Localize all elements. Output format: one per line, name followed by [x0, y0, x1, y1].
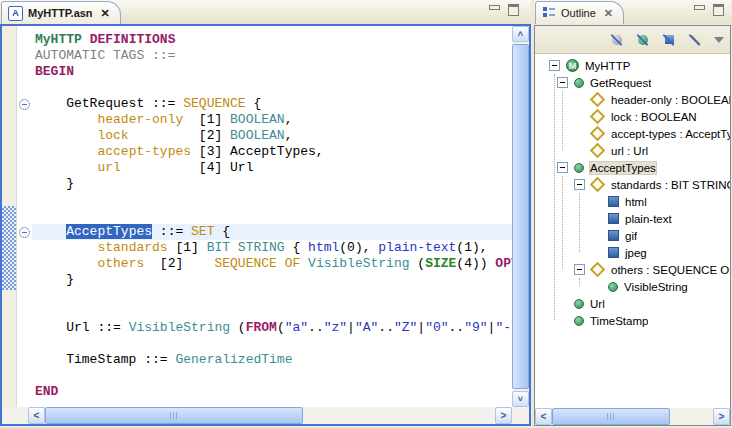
scroll-right-icon[interactable]: > — [713, 408, 730, 425]
tree-collapse-icon[interactable] — [557, 77, 568, 88]
tab-close-icon[interactable]: ✕ — [101, 7, 110, 20]
outline-item-label: html — [625, 196, 647, 208]
code-line[interactable] — [32, 304, 512, 320]
outline-item-visiblestring[interactable]: VisibleString — [535, 278, 730, 295]
maximize-icon[interactable] — [505, 3, 521, 18]
tab-title: MyHTTP.asn — [28, 7, 93, 19]
code-line[interactable]: MyHTTP DEFINITIONS — [32, 32, 512, 48]
outline-item-label: lock : BOOLEAN — [611, 111, 697, 123]
code-line[interactable]: url [4] Url — [32, 160, 512, 176]
code-line[interactable]: lock [2] BOOLEAN, — [32, 128, 512, 144]
horizontal-scroll-thumb[interactable] — [552, 408, 670, 425]
vertical-scroll-track[interactable] — [512, 42, 529, 391]
outline-close-icon[interactable]: ✕ — [604, 7, 613, 20]
code-line[interactable] — [32, 336, 512, 352]
outline-panel: Outline ✕ MMyHTTPGetRequestheader — [534, 0, 731, 426]
code-line[interactable]: AcceptTypes ::= SET { — [32, 224, 512, 240]
folding-ruler[interactable] — [17, 26, 32, 407]
tree-connector — [562, 176, 563, 269]
crossed-green-circle-icon[interactable] — [634, 32, 652, 48]
outline-item-plain-text[interactable]: plain-text — [535, 210, 730, 227]
editor-tab-bar: A MyHTTP.asn ✕ — [0, 0, 531, 24]
crossed-gray-circle-icon[interactable] — [608, 32, 626, 48]
code-line[interactable]: accept-types [3] AcceptTypes, — [32, 144, 512, 160]
outline-item-url[interactable]: Url — [535, 295, 730, 312]
outline-horizontal-scrollbar[interactable]: < > — [535, 408, 730, 425]
horizontal-scroll-thumb[interactable] — [45, 407, 303, 424]
view-menu-dropdown-icon[interactable] — [714, 37, 724, 43]
outline-item-gif[interactable]: gif — [535, 227, 730, 244]
outline-item-myhttp[interactable]: MMyHTTP — [535, 57, 730, 74]
scroll-left-icon[interactable]: < — [28, 407, 45, 424]
code-line[interactable]: } — [32, 176, 512, 192]
scroll-up-icon[interactable]: ˄ — [512, 26, 529, 42]
outline-item-label: TimeStamp — [590, 315, 648, 327]
scrollbar-corner — [2, 407, 28, 424]
vertical-scrollbar[interactable]: ˄ ˅ — [512, 26, 529, 407]
scroll-down-icon[interactable]: ˅ — [512, 391, 529, 407]
outline-item-label: jpeg — [625, 247, 647, 259]
field-icon — [590, 262, 606, 278]
collapse-fold-icon[interactable] — [19, 227, 30, 238]
crossed-blue-square-icon[interactable] — [660, 32, 678, 48]
tree-collapse-icon[interactable] — [574, 179, 585, 190]
code-line[interactable]: AUTOMATIC TAGS ::= — [32, 48, 512, 64]
tab-outline[interactable]: Outline ✕ — [535, 1, 624, 24]
tree-collapse-icon[interactable] — [557, 162, 568, 173]
code-line[interactable]: } — [32, 272, 512, 288]
code-line[interactable] — [32, 288, 512, 304]
code-line[interactable]: Url ::= VisibleString (FROM("a".."z"|"A"… — [32, 320, 512, 336]
code-line[interactable]: GetRequest ::= SEQUENCE { — [32, 96, 512, 112]
outline-item-standards-bit-string[interactable]: standards : BIT STRING — [535, 176, 730, 193]
outline-item-lock-boolean[interactable]: lock : BOOLEAN — [535, 108, 730, 125]
annotation-ruler[interactable] — [2, 26, 17, 407]
outline-item-others-sequence-of[interactable]: others : SEQUENCE OF — [535, 261, 730, 278]
tree-collapse-icon[interactable] — [574, 264, 585, 275]
field-icon — [590, 92, 606, 108]
tree-collapse-icon[interactable] — [549, 60, 560, 71]
minimize-icon[interactable] — [691, 3, 707, 18]
code-line[interactable] — [32, 80, 512, 96]
code-line[interactable]: standards [1] BIT STRING { html(0), plai… — [32, 240, 512, 256]
code-lines[interactable]: MyHTTP DEFINITIONSAUTOMATIC TAGS ::=BEGI… — [32, 26, 512, 407]
horizontal-scrollbar[interactable]: < > — [2, 407, 529, 424]
horizontal-scroll-track[interactable] — [303, 407, 495, 424]
code-line[interactable] — [32, 368, 512, 384]
code-line[interactable]: header-only [1] BOOLEAN, — [32, 112, 512, 128]
scroll-right-icon[interactable]: > — [495, 407, 512, 424]
outline-item-label: others : SEQUENCE OF — [611, 264, 730, 276]
outline-item-accept-types-accepttypes[interactable]: accept-types : AcceptTypes — [535, 125, 730, 142]
outline-item-jpeg[interactable]: jpeg — [535, 244, 730, 261]
editor-stack-buttons — [486, 3, 521, 18]
outline-item-label: plain-text — [625, 213, 672, 225]
maximize-icon[interactable] — [710, 3, 726, 18]
outline-body: MMyHTTPGetRequestheader-only : BOOLEANlo… — [534, 25, 731, 426]
crossed-gold-slash-icon[interactable] — [686, 32, 704, 48]
outline-item-header-only-boolean[interactable]: header-only : BOOLEAN — [535, 91, 730, 108]
outline-title: Outline — [561, 7, 596, 19]
tab-myhttp-asn[interactable]: A MyHTTP.asn ✕ — [1, 1, 121, 24]
code-line[interactable]: others [2] SEQUENCE OF VisibleString (SI… — [32, 256, 512, 272]
code-line[interactable]: TimeStamp ::= GeneralizedTime — [32, 352, 512, 368]
scroll-left-icon[interactable]: < — [535, 408, 552, 425]
outline-item-label: url : Url — [611, 145, 648, 157]
outline-item-label: GetRequest — [590, 77, 651, 89]
scrollbar-corner — [512, 407, 529, 424]
code-line[interactable] — [32, 192, 512, 208]
minimize-icon[interactable] — [486, 3, 502, 18]
outline-item-accepttypes[interactable]: AcceptTypes — [535, 159, 730, 176]
outline-item-html[interactable]: html — [535, 193, 730, 210]
outline-item-label: Url — [590, 298, 605, 310]
outline-item-timestamp[interactable]: TimeStamp — [535, 312, 730, 329]
workbench: A MyHTTP.asn ✕ MyHTTP DEFINITIONSAUTOMAT… — [0, 0, 732, 428]
outline-item-label: standards : BIT STRING — [611, 179, 730, 191]
code-line[interactable]: BEGIN — [32, 64, 512, 80]
code-line[interactable]: END — [32, 384, 512, 400]
code-line[interactable] — [32, 208, 512, 224]
outline-item-getrequest[interactable]: GetRequest — [535, 74, 730, 91]
horizontal-scroll-track[interactable] — [670, 408, 713, 425]
collapse-fold-icon[interactable] — [19, 99, 30, 110]
outline-view-icon — [542, 6, 556, 20]
outline-item-url-url[interactable]: url : Url — [535, 142, 730, 159]
vertical-scroll-thumb[interactable] — [512, 44, 529, 389]
